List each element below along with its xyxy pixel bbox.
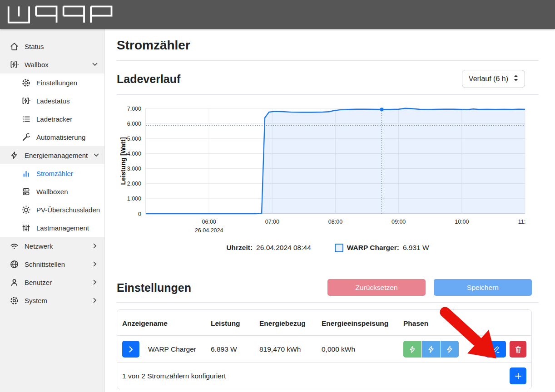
meter-energy-import: 819,470 kWh — [259, 345, 322, 353]
sidebar-item-lastmanagement[interactable]: Lastmanagement — [0, 219, 104, 237]
chevron-right-icon — [92, 261, 98, 267]
svg-text:7.000: 7.000 — [127, 106, 141, 112]
sidebar-item-stromzaehler[interactable]: Stromzähler — [0, 164, 104, 182]
einstellungen-title: Einstellungen — [117, 281, 191, 294]
sidebar-item-benutzer[interactable]: Benutzer — [0, 273, 104, 291]
legend-time: Uhrzeit: 26.04.2024 08:44 — [226, 244, 311, 252]
select-updown-icon — [514, 75, 518, 83]
phase-2-button[interactable] — [422, 341, 440, 358]
sidebar-item-label: Lastmanagement — [36, 224, 98, 232]
table-header-row: Anzeigename Leistung Energiebezug Energi… — [117, 310, 531, 336]
sidebar-item-label: Ladestatus — [36, 97, 98, 105]
meter-name: WARP Charger — [148, 345, 196, 353]
save-button[interactable]: Speichern — [434, 279, 532, 296]
svg-text:11:00: 11:00 — [518, 219, 525, 225]
sidebar-item-label: Status — [25, 43, 98, 50]
chevron-right-icon — [92, 297, 98, 304]
sidebar-item-wallbox[interactable]: Wallbox — [0, 55, 104, 74]
svg-text:4.000: 4.000 — [127, 151, 141, 157]
sidebar-item-pv-ueberschussladen[interactable]: PV-Überschussladen — [0, 201, 104, 219]
lightning-icon — [445, 344, 455, 354]
chart-canvas[interactable]: 01.0002.0003.0004.0005.0006.0007.00006:0… — [117, 104, 525, 235]
edit-button[interactable] — [486, 341, 506, 358]
charger-icon — [9, 59, 19, 69]
meter-energy-export: 0,000 kWh — [322, 345, 403, 353]
charger-icon — [21, 96, 31, 106]
reset-button[interactable]: Zurücksetzen — [327, 279, 426, 296]
wallbox-submenu: Einstellungen Ladestatus Ladetracker Aut… — [0, 74, 104, 146]
svg-text:07:00: 07:00 — [265, 219, 279, 225]
sun-icon — [21, 205, 31, 215]
legend-series-label: WARP Charger: — [347, 244, 399, 252]
svg-text:06:00: 06:00 — [202, 219, 216, 225]
phase-1-button[interactable] — [403, 341, 421, 358]
phase-buttons — [403, 341, 459, 358]
sidebar-item-netzwerk[interactable]: Netzwerk — [0, 237, 104, 255]
warp-web-interface: { "header": { "logo_text": "WARP" }, "si… — [0, 0, 555, 392]
legend-series: WARP Charger: 6.931 W — [335, 244, 429, 252]
home-icon — [9, 41, 19, 51]
energiemanagement-submenu: Stromzähler Wallboxen PV-Überschussladen… — [0, 164, 104, 237]
svg-text:Leistung [Watt]: Leistung [Watt] — [119, 137, 127, 185]
col-energieeinspeisung: Energieeinspeisung — [322, 319, 403, 328]
sidebar-item-status[interactable]: Status — [0, 37, 104, 55]
add-meter-button[interactable] — [510, 368, 526, 384]
sidebar-item-energiemanagement[interactable]: Energiemanagement — [0, 146, 104, 164]
ladeverlauf-header-row: Ladeverlauf Verlauf (6 h) — [117, 61, 539, 95]
sidebar-item-label: Netzwerk — [25, 242, 86, 250]
col-leistung: Leistung — [211, 319, 259, 328]
svg-text:2.000: 2.000 — [127, 181, 141, 187]
user-icon — [9, 277, 19, 287]
sidebar-item-einstellungen[interactable]: Einstellungen — [0, 74, 104, 92]
meters-table: Anzeigename Leistung Energiebezug Energi… — [117, 309, 532, 389]
table-footer-row: 1 von 2 Stromzählern konfiguriert — [117, 363, 531, 389]
plus-icon — [514, 372, 523, 381]
sidebar-item-system[interactable]: System — [0, 291, 104, 309]
table-row: WARP Charger 6.893 W 819,470 kWh 0,000 k… — [117, 336, 531, 363]
globe-icon — [9, 259, 19, 269]
page-title: Stromzähler — [117, 38, 539, 61]
sidebar-item-label: Stromzähler — [36, 170, 98, 177]
history-range-select[interactable]: Verlauf (6 h) — [462, 70, 525, 88]
stack-icon — [21, 186, 31, 196]
chevron-down-icon — [92, 61, 98, 68]
delete-button[interactable] — [510, 341, 526, 358]
meter-power: 6.893 W — [211, 345, 259, 353]
svg-text:1.000: 1.000 — [127, 196, 141, 202]
sidebar-item-label: Schnittstellen — [25, 260, 86, 268]
sidebar-item-schnittstellen[interactable]: Schnittstellen — [0, 255, 104, 273]
sidebar-item-label: Automatisierung — [36, 133, 98, 141]
sidebar-item-label: Einstellungen — [36, 79, 98, 87]
sidebar-item-label: Ladetracker — [36, 115, 98, 123]
einstellungen-header-row: Einstellungen Zurücksetzen Speichern — [117, 270, 539, 303]
chart-legend: Uhrzeit: 26.04.2024 08:44 WARP Charger: … — [117, 243, 539, 253]
svg-text:3.000: 3.000 — [127, 166, 141, 172]
wifi-icon — [9, 241, 19, 251]
settings-buttons: Zurücksetzen Speichern — [327, 279, 532, 296]
sidebar-item-ladetracker[interactable]: Ladetracker — [0, 110, 104, 128]
bar-chart-icon — [21, 168, 31, 178]
bolt-icon — [9, 150, 19, 160]
sidebar-item-label: PV-Überschussladen — [36, 206, 100, 214]
phase-3-button[interactable] — [441, 341, 459, 358]
top-bar — [0, 0, 555, 29]
sidebar-item-label: Wallbox — [25, 61, 86, 69]
list-icon — [21, 114, 31, 124]
sidebar-item-label: Wallboxen — [36, 188, 98, 196]
svg-text:09:00: 09:00 — [391, 219, 406, 225]
ladeverlauf-title: Ladeverlauf — [117, 72, 180, 86]
gear-icon — [21, 78, 31, 88]
main-content: Stromzähler Ladeverlauf Verlauf (6 h) 01… — [105, 29, 555, 392]
chevron-down-icon — [93, 152, 99, 158]
sidebar-item-wallboxen[interactable]: Wallboxen — [0, 182, 104, 201]
expand-row-button[interactable] — [122, 341, 139, 358]
gear-icon — [9, 295, 19, 305]
col-energiebezug: Energiebezug — [259, 319, 322, 328]
wrench-icon — [21, 132, 31, 142]
power-history-chart[interactable]: 01.0002.0003.0004.0005.0006.0007.00006:0… — [117, 104, 539, 253]
sidebar-nav: Status Wallbox Einstellungen Ladestatus — [0, 29, 105, 392]
sliders-icon — [21, 223, 31, 233]
col-anzeigename: Anzeigename — [122, 319, 211, 328]
sidebar-item-automatisierung[interactable]: Automatisierung — [0, 128, 104, 146]
sidebar-item-ladestatus[interactable]: Ladestatus — [0, 92, 104, 110]
